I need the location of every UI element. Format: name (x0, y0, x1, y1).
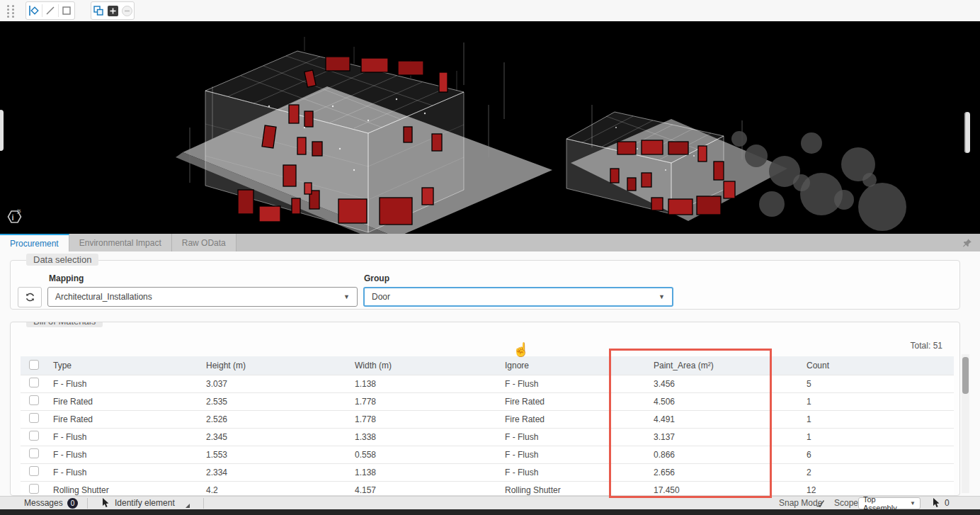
active-tool-label[interactable]: Identify element (115, 498, 175, 508)
chevron-down-icon: ▼ (659, 293, 665, 300)
col-height[interactable]: Height (m) (198, 361, 346, 370)
bill-of-materials-section: Bill of Materials Total: 51 Type Height … (10, 322, 960, 496)
col-type[interactable]: Type (45, 361, 198, 370)
cell-height: 2.535 (198, 397, 346, 407)
cell-type: Fire Rated (45, 397, 198, 407)
cell-width: 1.778 (346, 397, 496, 407)
chevron-down-icon: ▼ (910, 500, 916, 506)
scope-dropdown[interactable]: Top Assembly ▼ (858, 497, 921, 509)
col-ignore[interactable]: Ignore (496, 361, 645, 370)
row-checkbox[interactable] (29, 466, 39, 476)
cell-type: Rolling Shutter (45, 485, 198, 495)
cell-width: 1.338 (346, 432, 496, 442)
cell-ignore: Fire Rated (496, 397, 645, 407)
cell-type: F - Flush (45, 379, 198, 389)
svg-text:js: js (16, 208, 21, 214)
select-all-checkbox[interactable] (29, 360, 39, 370)
tool-settings-expand-icon[interactable] (186, 504, 190, 508)
row-checkbox[interactable] (29, 431, 39, 441)
isolate-elements-tool-icon[interactable] (91, 2, 106, 19)
cell-type: F - Flush (45, 450, 198, 460)
data-selection-title: Data selection (26, 254, 98, 266)
table-row[interactable]: Rolling Shutter 4.2 4.157 Rolling Shutte… (21, 481, 954, 496)
table-row[interactable]: F - Flush 1.553 0.558 F - Flush 0.866 6 (21, 446, 954, 463)
cell-paint-area: 3.456 (645, 379, 798, 389)
pin-icon[interactable] (960, 236, 974, 250)
table-header-row: Type Height (m) Width (m) Ignore Paint_A… (21, 356, 954, 375)
3d-viewport[interactable]: i js (0, 21, 980, 234)
cell-height: 3.037 (198, 379, 346, 389)
section-line-tool-icon[interactable] (42, 2, 58, 19)
table-row[interactable]: F - Flush 2.334 1.138 F - Flush 2.656 2 (21, 463, 954, 481)
cell-width: 1.138 (346, 379, 496, 389)
table-row[interactable]: Fire Rated 2.535 1.778 Fire Rated 4.506 … (21, 392, 954, 410)
refresh-button[interactable] (18, 287, 42, 307)
cell-width: 1.138 (346, 468, 496, 477)
svg-text:i: i (11, 213, 13, 222)
add-tool-icon[interactable] (106, 2, 120, 19)
cell-width: 4.157 (346, 485, 496, 495)
cell-ignore: F - Flush (496, 450, 645, 460)
section-shape-tool-icon[interactable] (59, 2, 74, 19)
tab-raw-odata[interactable]: Raw OData (172, 234, 237, 251)
cell-count: 2 (798, 468, 954, 477)
cell-height: 2.345 (198, 432, 346, 442)
status-bar: Messages 0 Identify element Snap Mode Sc… (0, 496, 980, 509)
cell-ignore: Rolling Shutter (496, 485, 645, 495)
selection-count: 0 (945, 498, 950, 508)
visibility-tool-group (91, 1, 135, 20)
cell-width: 1.778 (346, 414, 496, 424)
row-checkbox[interactable] (29, 395, 39, 405)
cell-ignore: F - Flush (496, 468, 645, 477)
row-checkbox[interactable] (29, 484, 39, 494)
messages-button[interactable]: Messages (24, 498, 63, 508)
tab-environmental-impact[interactable]: Environmental Impact (69, 234, 172, 251)
table-row[interactable]: F - Flush 2.345 1.338 F - Flush 3.137 1 (21, 428, 954, 446)
table-row[interactable]: F - Flush 3.037 1.138 F - Flush 3.456 5 (21, 375, 954, 392)
toolbar-drag-handle-icon[interactable] (7, 5, 16, 16)
cell-ignore: F - Flush (496, 379, 645, 389)
section-tool-group (25, 1, 75, 20)
bom-table: Type Height (m) Width (m) Ignore Paint_A… (21, 356, 954, 496)
mapping-dropdown[interactable]: Architectural_Installations ▼ (47, 287, 358, 307)
cell-type: F - Flush (45, 468, 198, 477)
messages-label: Messages (24, 498, 63, 508)
section-point-tool-icon[interactable] (26, 2, 42, 19)
remove-tool-icon[interactable] (120, 2, 134, 19)
row-checkbox[interactable] (29, 378, 39, 387)
bottom-edge-strip (0, 509, 980, 515)
snap-mode-icon (816, 499, 826, 510)
cell-height: 2.526 (198, 414, 346, 424)
row-checkbox[interactable] (29, 448, 39, 458)
cell-type: Fire Rated (45, 414, 198, 424)
scrollbar-thumb[interactable] (962, 357, 969, 394)
hand-cursor: ☝ (513, 341, 530, 358)
right-panel-handle[interactable] (964, 112, 970, 153)
col-paint-area[interactable]: Paint_Area (m²) (645, 361, 798, 370)
top-toolbar (0, 0, 980, 21)
group-dropdown[interactable]: Door ▼ (363, 287, 673, 307)
cell-height: 2.334 (198, 468, 346, 477)
cell-paint-area: 17.450 (645, 485, 798, 495)
col-count[interactable]: Count (798, 361, 954, 370)
cell-count: 12 (798, 485, 954, 495)
cell-width: 0.558 (346, 450, 496, 460)
tab-procurement[interactable]: Procurement (0, 234, 69, 251)
messages-count-badge: 0 (67, 498, 78, 509)
left-panel-handle[interactable] (0, 110, 4, 151)
table-scrollbar[interactable] (962, 354, 969, 493)
table-row[interactable]: Fire Rated 2.526 1.778 Fire Rated 4.491 … (21, 410, 954, 428)
cell-height: 1.553 (198, 450, 346, 460)
chevron-down-icon: ▼ (343, 293, 350, 300)
mapping-value: Architectural_Installations (55, 292, 152, 302)
cell-count: 1 (798, 397, 954, 407)
cell-paint-area: 0.866 (645, 450, 798, 460)
data-selection-section: Data selection Mapping Architectural_Ins… (10, 260, 960, 310)
cell-ignore: Fire Rated (496, 414, 645, 424)
bill-of-materials-title: Bill of Materials (26, 322, 103, 327)
cell-ignore: F - Flush (496, 432, 645, 442)
cell-count: 1 (798, 432, 954, 442)
row-checkbox[interactable] (29, 413, 39, 423)
mapping-label: Mapping (49, 273, 84, 283)
col-width[interactable]: Width (m) (346, 361, 496, 370)
